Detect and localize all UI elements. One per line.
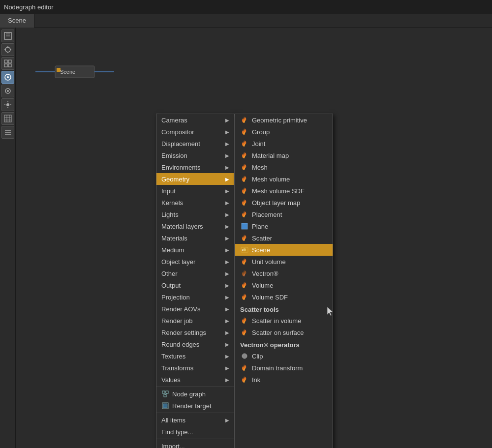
menu-item-textures[interactable]: Textures ▶ bbox=[156, 350, 234, 362]
tab-bar: Scene bbox=[0, 14, 492, 28]
submenu-scene[interactable]: Scene bbox=[235, 244, 333, 256]
fire-icon bbox=[240, 198, 249, 207]
submenu-arrow: ▶ bbox=[225, 271, 229, 276]
svg-text:Scene: Scene bbox=[60, 69, 75, 75]
submenu-scatter[interactable]: Scatter bbox=[235, 232, 333, 244]
submenu-volume[interactable]: Volume bbox=[235, 279, 333, 291]
menu-item-environments[interactable]: Environments ▶ bbox=[156, 161, 234, 173]
menu-item-node-graph[interactable]: Node graph bbox=[156, 388, 234, 400]
submenu-material-map[interactable]: Material map bbox=[235, 149, 333, 161]
scene-icon bbox=[240, 245, 249, 254]
submenu-scatter-on-surface[interactable]: Scatter on surface bbox=[235, 327, 333, 338]
camera-tool-btn[interactable] bbox=[1, 85, 14, 97]
menu-item-transforms[interactable]: Transforms ▶ bbox=[156, 362, 234, 374]
submenu-domain-transform[interactable]: Domain transform bbox=[235, 362, 333, 374]
menu-item-emission[interactable]: Emission ▶ bbox=[156, 149, 234, 161]
menu-item-geometry[interactable]: Geometry ▶ bbox=[156, 173, 234, 185]
submenu-arrow: ▶ bbox=[225, 153, 229, 158]
menu-item-render-job[interactable]: Render job ▶ bbox=[156, 315, 234, 327]
fire-icon bbox=[240, 186, 249, 195]
fire-icon bbox=[240, 163, 249, 172]
submenu-arrow: ▶ bbox=[225, 200, 229, 206]
submenu-clip[interactable]: Clip bbox=[235, 350, 333, 362]
submenu-arrow: ▶ bbox=[225, 212, 229, 217]
fire-icon bbox=[240, 127, 249, 136]
menu-item-materials[interactable]: Materials ▶ bbox=[156, 232, 234, 244]
submenu-geometry: Geometric primitive Group Joint bbox=[235, 114, 333, 448]
menu-item-render-target[interactable]: Render target bbox=[156, 400, 234, 412]
svg-rect-42 bbox=[242, 223, 247, 229]
fire-icon bbox=[240, 363, 249, 372]
menu-item-output[interactable]: Output ▶ bbox=[156, 279, 234, 291]
svg-point-16 bbox=[6, 103, 9, 106]
app-title: Nodegraph editor bbox=[4, 3, 53, 11]
svg-rect-33 bbox=[57, 68, 61, 72]
menu-item-values[interactable]: Values ▶ bbox=[156, 374, 234, 386]
submenu-geometric-primitive[interactable]: Geometric primitive bbox=[235, 114, 333, 126]
submenu-arrow: ▶ bbox=[225, 224, 229, 229]
submenu-object-layer-map[interactable]: Object layer map bbox=[235, 197, 333, 209]
submenu-arrow: ▶ bbox=[225, 354, 229, 359]
submenu-arrow: ▶ bbox=[225, 295, 229, 300]
menu-item-other[interactable]: Other ▶ bbox=[156, 268, 234, 279]
submenu-ink[interactable]: Ink bbox=[235, 374, 333, 386]
menu-item-material-layers[interactable]: Material layers ▶ bbox=[156, 220, 234, 232]
svg-rect-10 bbox=[4, 64, 7, 67]
scene-tab[interactable]: Scene bbox=[0, 14, 34, 28]
fire-icon bbox=[240, 316, 249, 325]
grid-tool-btn[interactable] bbox=[1, 112, 14, 125]
submenu-arrow: ▶ bbox=[225, 247, 229, 253]
list-tool-btn[interactable] bbox=[1, 126, 14, 139]
menu-item-all-items[interactable]: All items ▶ bbox=[156, 414, 234, 426]
select-tool-btn[interactable] bbox=[1, 30, 14, 42]
fire-icon bbox=[240, 151, 249, 160]
menu-item-projection[interactable]: Projection ▶ bbox=[156, 291, 234, 303]
menu-item-compositor[interactable]: Compositor ▶ bbox=[156, 126, 234, 138]
canvas-area[interactable]: Scene Cameras ▶ Compositor ▶ Displacemen bbox=[16, 28, 492, 448]
menu-item-render-settings[interactable]: Render settings ▶ bbox=[156, 327, 234, 338]
submenu-mesh-volume[interactable]: Mesh volume bbox=[235, 173, 333, 185]
submenu-mesh[interactable]: Mesh bbox=[235, 161, 333, 173]
node-tool-btn[interactable] bbox=[1, 57, 14, 70]
menu-separator-3 bbox=[156, 439, 234, 439]
submenu-placement[interactable]: Placement bbox=[235, 209, 333, 220]
submenu-unit-volume[interactable]: Unit volume bbox=[235, 256, 333, 268]
menu-item-round-edges[interactable]: Round edges ▶ bbox=[156, 338, 234, 350]
cursor-indicator bbox=[326, 306, 334, 318]
svg-point-44 bbox=[243, 248, 246, 251]
submenu-joint[interactable]: Joint bbox=[235, 138, 333, 149]
menu-separator-2 bbox=[156, 413, 234, 413]
submenu-plane[interactable]: Plane bbox=[235, 220, 333, 232]
menu-item-import[interactable]: Import... bbox=[156, 440, 234, 448]
submenu-mesh-volume-sdf[interactable]: Mesh volume SDF bbox=[235, 185, 333, 197]
menu-item-find-type[interactable]: Find type... bbox=[156, 426, 234, 438]
submenu-group[interactable]: Group bbox=[235, 126, 333, 138]
fire-icon bbox=[240, 375, 249, 384]
menu-item-object-layer[interactable]: Object layer ▶ bbox=[156, 256, 234, 268]
fire-icon bbox=[240, 281, 249, 290]
main-area: Scene Cameras ▶ Compositor ▶ Displacemen bbox=[0, 28, 492, 448]
svg-rect-35 bbox=[166, 391, 168, 393]
submenu-volume-sdf[interactable]: Volume SDF bbox=[235, 291, 333, 303]
move-tool-btn[interactable] bbox=[1, 43, 14, 56]
submenu-arrow: ▶ bbox=[225, 365, 229, 371]
active-tool-btn[interactable] bbox=[1, 71, 14, 84]
submenu-arrow: ▶ bbox=[225, 377, 229, 383]
menu-item-render-aovs[interactable]: Render AOVs ▶ bbox=[156, 303, 234, 315]
light-tool-btn[interactable] bbox=[1, 98, 14, 111]
menu-item-input[interactable]: Input ▶ bbox=[156, 185, 234, 197]
submenu-arrow: ▶ bbox=[225, 318, 229, 324]
context-menu: Cameras ▶ Compositor ▶ Displacement ▶ Em… bbox=[156, 114, 333, 448]
menu-item-kernels[interactable]: Kernels ▶ bbox=[156, 197, 234, 209]
menu-item-displacement[interactable]: Displacement ▶ bbox=[156, 138, 234, 149]
submenu-arrow: ▶ bbox=[225, 342, 229, 347]
submenu-scatter-in-volume[interactable]: Scatter in volume bbox=[235, 315, 333, 327]
svg-rect-41 bbox=[163, 404, 167, 408]
vectron-operators-header: Vectron® operators bbox=[235, 338, 333, 350]
submenu-vectron[interactable]: Vectron® bbox=[235, 268, 333, 279]
menu-item-medium[interactable]: Medium ▶ bbox=[156, 244, 234, 256]
menu-item-cameras[interactable]: Cameras ▶ bbox=[156, 114, 234, 126]
plane-icon bbox=[240, 222, 249, 231]
menu-item-lights[interactable]: Lights ▶ bbox=[156, 209, 234, 220]
scatter-tools-header: Scatter tools bbox=[235, 303, 333, 315]
